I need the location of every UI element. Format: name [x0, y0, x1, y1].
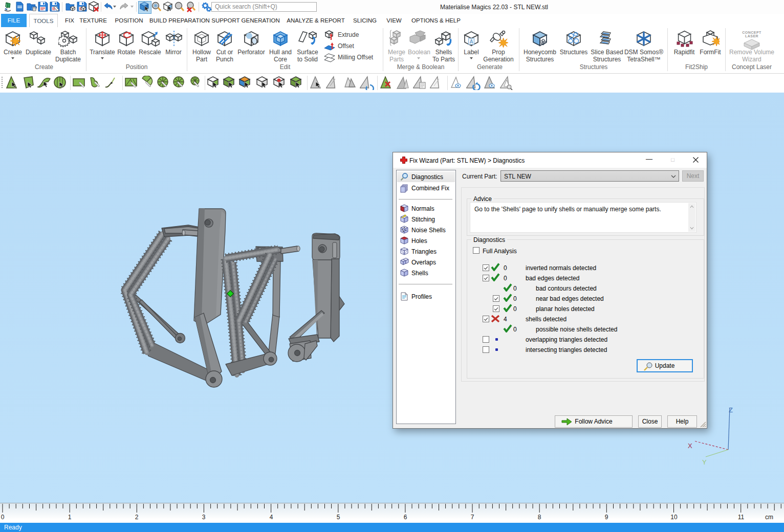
- svg-text:Y: Y: [702, 458, 707, 466]
- svg-text:Z: Z: [729, 406, 733, 414]
- svg-text:X: X: [688, 442, 692, 450]
- svg-text:A: A: [470, 39, 473, 45]
